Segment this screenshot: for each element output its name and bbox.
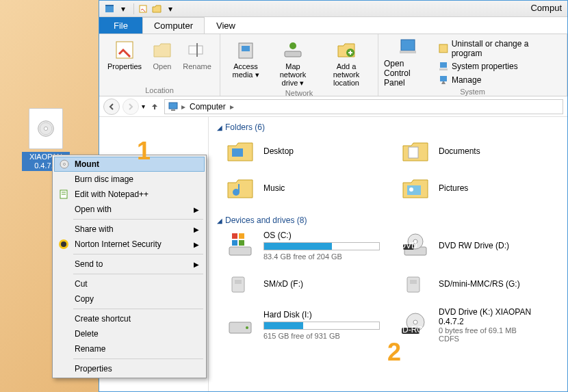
drive-sd-g[interactable]: SD/mini-MMC/RS (G:) [398,267,559,300]
network-group-title: Network [226,89,372,99]
svg-point-52 [64,164,66,166]
access-media-button[interactable]: Access media ▾ [226,37,266,89]
open-button[interactable]: Open [147,37,177,73]
menu-edit-notepad[interactable]: Edit with Notepad++ [54,187,205,202]
menu-label: Create shortcut [75,314,131,324]
control-panel-button[interactable]: Open Control Panel [384,37,433,88]
folder-name: Pictures [439,183,556,193]
menu-label: Norton Internet Security [75,239,162,249]
drive-dvd-rw-d[interactable]: DVD DVD RW Drive (D:) [398,228,559,263]
back-button[interactable] [103,99,120,115]
menu-rename[interactable]: Rename [54,341,205,356]
tab-view[interactable]: View [205,17,247,34]
svg-rect-43 [407,277,419,292]
svg-point-46 [246,326,248,329]
svg-point-55 [61,241,66,247]
history-dropdown-icon[interactable]: ▾ [142,103,145,110]
folders-header[interactable]: ◢Folders (6) [217,120,559,135]
tab-computer[interactable]: Computer [142,17,205,34]
svg-rect-11 [285,51,301,57]
menu-copy[interactable]: Copy [54,291,205,306]
menu-norton[interactable]: Norton Internet Security▶ [54,237,205,252]
ribbon-group-system: Open Control Panel Uninstall or change a… [378,34,567,96]
folder-icon [225,138,255,165]
uninstall-link[interactable]: Uninstall or change a program [437,38,561,59]
qat-customize-icon[interactable]: ▾ [164,3,177,15]
open-icon [151,39,173,61]
card-reader-icon [225,270,255,298]
qat-dropdown-icon[interactable]: ▾ [117,3,129,15]
folder-name: Desktop [263,146,381,156]
svg-rect-20 [169,103,177,109]
folder-pictures[interactable]: Pictures [398,172,559,205]
drive-fs: CDFS [439,335,556,343]
svg-point-2 [44,127,47,130]
tab-file[interactable]: File [99,17,142,34]
svg-rect-42 [235,280,242,284]
svg-rect-31 [229,247,251,255]
svg-rect-21 [171,109,175,111]
dvd-rw-icon: DVD [400,232,430,259]
svg-rect-44 [410,280,417,284]
folder-documents[interactable]: Documents [398,135,559,168]
menu-burn[interactable]: Burn disc image [54,172,205,187]
uninstall-label: Uninstall or change a program [452,39,560,58]
sysprops-label: System properties [452,62,518,71]
manage-label: Manage [452,75,481,85]
qat-properties-icon[interactable] [137,3,149,15]
card-reader-icon [400,270,430,298]
svg-rect-3 [105,6,114,12]
menu-label: Rename [75,344,105,354]
menu-label: Cut [75,279,88,289]
folder-desktop[interactable]: Desktop [222,135,384,168]
menu-send-to[interactable]: Send to▶ [54,257,205,272]
sysprops-link[interactable]: System properties [437,60,561,73]
svg-rect-15 [400,51,416,53]
manage-icon [438,75,449,86]
usage-bar [263,242,380,250]
breadcrumb-arrow-icon[interactable]: ▸ [230,102,234,112]
ribbon-group-location: Properties Open Rename Location [99,34,220,96]
breadcrumb-computer[interactable]: Computer [188,102,227,112]
drive-sm-f[interactable]: SM/xD (F:) [222,267,384,300]
breadcrumb[interactable]: ▸ Computer ▸ [164,99,563,114]
window-title: Comput [530,3,562,13]
window-icon[interactable] [103,3,116,15]
menu-delete[interactable]: Delete [54,326,205,341]
drive-os-c[interactable]: OS (C:)83.4 GB free of 204 GB [222,228,384,263]
menu-cut[interactable]: Cut [54,276,205,291]
svg-text:DVD: DVD [400,241,417,250]
properties-button[interactable]: Properties [105,37,144,73]
drive-hard-disk-i[interactable]: Hard Disk (I:)615 GB free of 931 GB [222,304,384,345]
folder-music[interactable]: Music [222,172,384,205]
breadcrumb-arrow-icon[interactable]: ▸ [181,102,185,112]
menu-properties[interactable]: Properties [54,361,205,376]
menu-mount[interactable]: Mount [54,157,205,172]
drives-title: Devices and drives (8) [225,215,307,225]
menu-label: Copy [75,294,94,304]
svg-rect-26 [409,147,418,158]
menu-share-with[interactable]: Share with▶ [54,222,205,237]
access-media-label: Access media ▾ [229,62,262,79]
submenu-arrow-icon: ▶ [194,261,199,268]
map-drive-label: Map network drive ▾ [272,62,314,87]
menu-separator [73,254,203,254]
callout-2: 2 [387,338,401,367]
up-button[interactable] [148,100,162,114]
qat-new-folder-icon[interactable] [151,3,163,15]
ribbon-group-network: Access media ▾ Map network drive ▾ Add a… [220,34,378,96]
map-drive-button[interactable]: Map network drive ▾ [268,37,318,89]
add-location-button[interactable]: Add a network location [320,37,372,89]
uninstall-icon [438,43,449,54]
menu-create-shortcut[interactable]: Create shortcut [54,311,205,326]
sysprops-icon [438,61,449,72]
menu-open-with[interactable]: Open with▶ [54,202,205,217]
drive-dvd-k[interactable]: DVD-ROM DVD Drive (K:) XIAOPAN 0.4.7.20 … [398,304,559,345]
forward-button[interactable] [122,99,139,115]
rename-button[interactable]: Rename [180,37,214,73]
manage-link[interactable]: Manage [437,74,561,86]
notepad-icon [58,189,69,200]
drives-header[interactable]: ◢Devices and drives (8) [217,213,559,228]
svg-rect-7 [189,46,203,54]
folder-icon [400,138,430,165]
